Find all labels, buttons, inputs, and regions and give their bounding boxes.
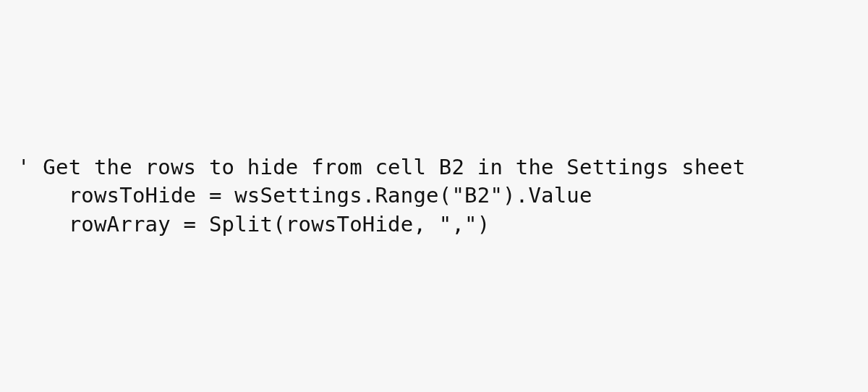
code-line: rowsToHide = wsSettings.Range("B2").Valu… [17, 182, 851, 210]
code-block: ' Get the rows to hide from cell B2 in t… [0, 153, 868, 238]
code-line: rowArray = Split(rowsToHide, ",") [17, 210, 851, 239]
code-content: ' Get the rows to hide from cell B2 in t… [17, 153, 851, 238]
code-line: ' Get the rows to hide from cell B2 in t… [17, 153, 851, 182]
